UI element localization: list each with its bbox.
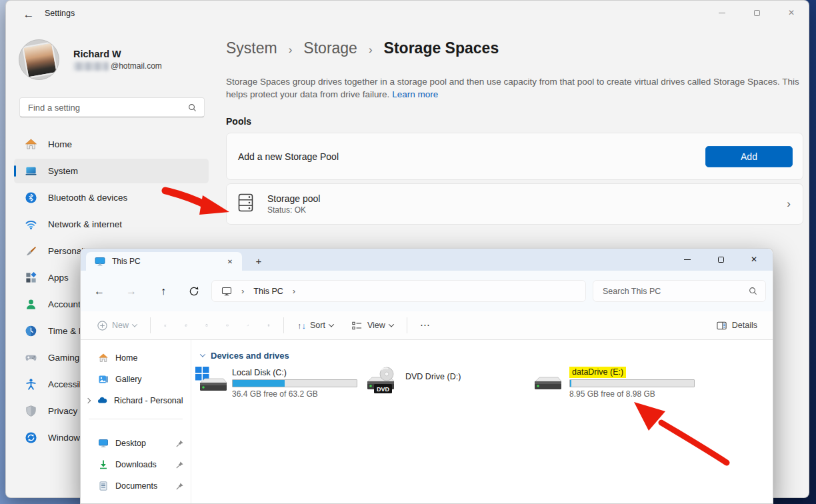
sidebar-item-label: Network & internet — [48, 219, 122, 229]
plus-circle-icon — [96, 319, 108, 331]
user-name: Richard W — [73, 49, 162, 59]
maximize-icon[interactable] — [750, 6, 763, 19]
minimize-icon[interactable] — [681, 253, 694, 266]
explorer-search-input[interactable] — [593, 287, 748, 296]
person-icon — [24, 298, 37, 311]
explorer-nav-row: ← → ↑ › This PC › — [81, 271, 773, 311]
share-icon[interactable] — [242, 319, 254, 331]
close-icon[interactable]: ✕ — [785, 6, 798, 19]
breadcrumb: System › Storage › Storage Spaces — [226, 39, 803, 57]
storage-pool-icon — [238, 193, 253, 215]
local-disk-icon — [195, 367, 227, 399]
description-text: Storage Spaces group drives together in … — [226, 77, 799, 99]
storage-pool-status: Status: OK — [267, 205, 773, 215]
new-button[interactable]: New — [91, 316, 141, 335]
explorer-search-box[interactable] — [593, 280, 766, 302]
toolbar-divider — [283, 317, 284, 333]
refresh-icon[interactable] — [185, 282, 203, 301]
sort-button[interactable]: ↑↓ Sort — [293, 317, 338, 333]
maximize-icon[interactable] — [714, 253, 727, 266]
rename-icon[interactable]: A — [221, 319, 233, 331]
breadcrumb-storage[interactable]: Storage — [303, 39, 357, 57]
sidebar-item-network-internet[interactable]: Network & internet — [14, 212, 209, 237]
chevron-right-icon: › — [787, 197, 791, 211]
sidebar-item-label: Desktop — [115, 439, 146, 448]
address-bar[interactable]: › This PC › — [211, 280, 586, 302]
back-button[interactable]: ← — [19, 7, 38, 23]
avatar — [19, 39, 59, 80]
sidebar-item-downloads[interactable]: Downloads — [81, 454, 191, 475]
group-header-devices-and-drives[interactable]: Devices and drives — [201, 351, 289, 361]
address-crumb-this-pc[interactable]: This PC — [253, 287, 283, 296]
settings-search-input[interactable] — [20, 103, 187, 113]
collapse-chevron-icon[interactable] — [200, 351, 205, 357]
email-domain: @hotmail.com — [111, 61, 162, 71]
drive-dvd-d[interactable]: DVD DVD Drive (D:) — [366, 367, 461, 396]
sidebar-item-bluetooth-devices[interactable]: Bluetooth & devices — [14, 185, 209, 210]
toolbar-divider — [407, 317, 407, 333]
sidebar-item-label: Gaming — [48, 353, 79, 363]
drive-local-disk-c[interactable]: Local Disk (C:) 36.4 GB free of 63.2 GB — [195, 367, 357, 399]
drive-free-space: 8.95 GB free of 8.98 GB — [569, 389, 695, 399]
tab-close-icon[interactable]: ✕ — [225, 256, 235, 267]
file-explorer-window: This PC ✕ + ✕ ← → ↑ › This PC — [80, 248, 773, 504]
update-icon — [24, 431, 37, 445]
accessibility-person-icon — [24, 378, 37, 391]
highlight: dataDrive (E:) — [569, 367, 626, 378]
cut-icon[interactable] — [159, 319, 171, 331]
breadcrumb-system[interactable]: System — [226, 39, 277, 57]
breadcrumb-separator: › — [293, 286, 295, 296]
clock-icon — [24, 325, 37, 338]
tab-title: This PC — [112, 257, 218, 266]
drive-free-space: 36.4 GB free of 63.2 GB — [232, 389, 357, 399]
learn-more-link[interactable]: Learn more — [392, 89, 438, 99]
sidebar-item-gallery[interactable]: Gallery — [81, 369, 191, 390]
sidebar-item-label: Home — [115, 353, 137, 363]
view-button[interactable]: View — [347, 316, 398, 335]
sidebar-item-label: Home — [48, 139, 72, 149]
nav-up-button[interactable]: ↑ — [154, 282, 173, 301]
nav-forward-button[interactable]: → — [122, 282, 141, 301]
onedrive-cloud-icon — [97, 395, 107, 406]
page-title: Storage Spaces — [384, 39, 499, 57]
sidebar-item-pictures[interactable]: Pictures — [81, 497, 191, 504]
storage-pool-row[interactable]: Storage pool Status: OK › — [226, 183, 803, 225]
chevron-right-icon[interactable] — [85, 398, 91, 403]
minimize-icon[interactable] — [715, 6, 729, 19]
settings-search-box[interactable] — [19, 97, 205, 117]
copy-icon[interactable] — [180, 319, 192, 331]
user-email: @hotmail.com — [73, 61, 162, 71]
tab-this-pc[interactable]: This PC ✕ — [86, 252, 242, 271]
pin-icon — [175, 461, 184, 469]
home-icon — [24, 138, 37, 151]
sort-icon: ↑↓ — [297, 321, 306, 330]
more-options-icon[interactable]: ⋯ — [416, 319, 435, 331]
sidebar-item-desktop[interactable]: Desktop — [81, 433, 191, 454]
sidebar-item-system[interactable]: System — [14, 159, 209, 183]
delete-icon[interactable] — [263, 319, 275, 331]
desktop-icon — [98, 438, 109, 449]
paste-icon[interactable] — [201, 319, 213, 331]
sidebar-item-onedrive-personal[interactable]: Richard - Personal — [81, 390, 191, 411]
details-button[interactable]: Details — [711, 316, 762, 335]
desktop: ← Settings ✕ Richard W @hotmail.com — [0, 0, 816, 504]
add-button[interactable]: Add — [705, 146, 793, 167]
downloads-icon — [98, 459, 109, 470]
close-icon[interactable]: ✕ — [747, 253, 761, 266]
sidebar-item-home[interactable]: Home — [14, 132, 209, 157]
new-button-label: New — [112, 321, 129, 330]
sidebar-item-home[interactable]: Home — [81, 347, 191, 369]
nav-back-button[interactable]: ← — [90, 282, 109, 301]
sidebar-item-label: Bluetooth & devices — [48, 193, 127, 203]
explorer-sidebar: Home Gallery Richard - Personal — [81, 340, 191, 504]
breadcrumb-separator: › — [369, 43, 373, 57]
new-tab-button[interactable]: + — [251, 253, 267, 269]
storage-pool-title: Storage pool — [267, 193, 773, 204]
drive-datadrive-e[interactable]: dataDrive (E:) 8.95 GB free of 8.98 GB — [533, 367, 695, 399]
sidebar-item-documents[interactable]: Documents — [81, 475, 191, 497]
sidebar-item-label: Richard - Personal — [114, 396, 183, 405]
gamepad-icon — [24, 351, 37, 365]
user-profile[interactable]: Richard W @hotmail.com — [19, 39, 162, 80]
sidebar-item-label: Documents — [115, 481, 157, 491]
chevron-down-icon — [329, 321, 334, 327]
